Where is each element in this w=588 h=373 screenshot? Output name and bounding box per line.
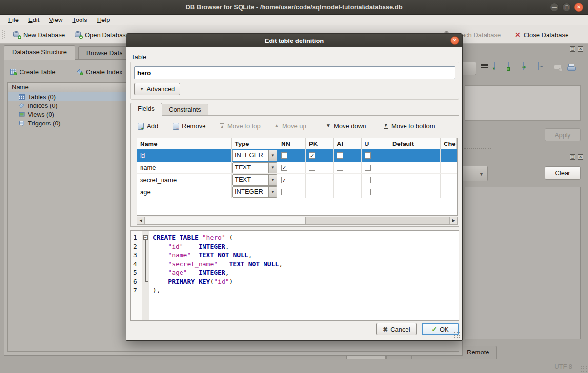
nn-checkbox[interactable]: ✓ (281, 165, 287, 171)
advanced-toggle-button[interactable]: ▼ Advanced (134, 83, 180, 95)
move-up-icon: ▲ (274, 124, 279, 128)
ai-checkbox[interactable] (337, 177, 343, 183)
move-to-top-button[interactable]: ▲ Move to top (220, 121, 261, 131)
dock-close-icon[interactable]: ✕ (578, 46, 583, 52)
ai-checkbox[interactable] (337, 189, 343, 195)
menu-edit[interactable]: Edit (24, 15, 43, 24)
table-name-input[interactable] (134, 66, 455, 79)
nn-checkbox[interactable] (281, 189, 287, 195)
print-icon[interactable] (566, 62, 577, 73)
nn-checkbox[interactable]: ✓ (281, 177, 287, 183)
nn-checkbox[interactable] (281, 152, 287, 159)
type-combobox[interactable]: INTEGER▼ (232, 186, 277, 198)
remove-icon: − (173, 123, 179, 130)
tab-remote[interactable]: Remote (460, 346, 497, 359)
splitter-handle[interactable] (287, 228, 304, 228)
field-row-name[interactable]: name TEXT▼ ✓ (137, 162, 457, 174)
dock-close-icon[interactable]: ✕ (578, 154, 583, 160)
type-combobox[interactable]: INTEGER▼ (232, 150, 277, 161)
scroll-right-icon[interactable]: ▶ (449, 217, 457, 224)
apply-button[interactable]: Apply (545, 128, 581, 141)
menu-file[interactable]: File (4, 15, 23, 24)
fold-collapse-icon[interactable]: − (143, 235, 148, 240)
encoding-indicator: UTF-8 (554, 363, 572, 370)
window-titlebar[interactable]: DB Browser for SQLite - /home/user/code/… (0, 0, 588, 15)
u-checkbox[interactable] (365, 152, 371, 159)
new-database-icon: + (13, 31, 20, 39)
new-database-button[interactable]: + New Database (13, 29, 65, 41)
export-icon[interactable] (508, 62, 519, 73)
ok-check-icon: ✓ (431, 325, 437, 333)
remove-field-button[interactable]: − Remove (173, 121, 205, 131)
type-combobox[interactable]: TEXT▼ (232, 162, 277, 173)
scroll-left-icon[interactable]: ◀ (137, 217, 145, 224)
create-table-icon (10, 69, 17, 75)
close-icon[interactable]: ✕ (574, 3, 583, 12)
scrollbar-thumb[interactable] (145, 217, 306, 224)
cancel-button[interactable]: ✖ Cancel (376, 323, 417, 335)
field-row-secret-name[interactable]: secret_name TEXT▼ ✓ (137, 174, 457, 186)
close-database-button[interactable]: ✕ Close Database (515, 29, 568, 41)
tab-constraints[interactable]: Constraints (162, 104, 208, 116)
field-row-age[interactable]: age INTEGER▼ (137, 186, 457, 198)
move-up-button[interactable]: ▲ Move up (274, 121, 306, 131)
chevron-down-icon: ▼ (268, 150, 277, 161)
pk-checkbox[interactable] (309, 189, 315, 195)
dock-float-icon[interactable]: ❏ (570, 46, 575, 52)
dock-separator[interactable] (464, 148, 491, 149)
u-checkbox[interactable] (365, 165, 371, 171)
pk-checkbox[interactable] (309, 177, 315, 183)
tab-browse-data[interactable]: Browse Data (78, 46, 131, 60)
ai-checkbox[interactable] (337, 165, 343, 171)
tab-database-structure[interactable]: Database Structure (4, 45, 75, 60)
null-toggle-icon[interactable] (552, 62, 563, 73)
menu-bar: File Edit View Tools Help (0, 15, 588, 25)
menu-view[interactable]: View (44, 15, 67, 24)
fields-table: Name Type NN PK AI U Default Che id INTE… (137, 138, 458, 216)
dialog-titlebar[interactable]: Edit table definition ✕ (126, 34, 462, 47)
import-icon[interactable]: ▾ (494, 62, 505, 73)
tab-fields[interactable]: Fields (130, 103, 162, 116)
horizontal-scrollbar[interactable]: ◀ ▶ (137, 217, 458, 225)
pk-checkbox[interactable]: ✓ (309, 152, 315, 159)
open-database-button[interactable]: ➜ Open Database (74, 29, 129, 41)
resize-grip[interactable] (580, 365, 587, 372)
create-index-icon (77, 69, 83, 75)
open-in-window-icon[interactable]: ➜ (523, 62, 534, 73)
toolbar-grip[interactable] (2, 30, 5, 39)
type-combobox[interactable]: TEXT▼ (232, 174, 277, 186)
move-to-bottom-button[interactable]: ▼ Move to bottom (384, 121, 435, 131)
pk-checkbox[interactable] (309, 165, 315, 171)
ai-checkbox[interactable] (337, 152, 343, 159)
cancel-icon: ✖ (383, 326, 388, 333)
open-database-icon: ➜ (74, 31, 82, 39)
maximize-icon[interactable]: ▢ (562, 3, 571, 12)
tables-icon (19, 94, 25, 100)
minimize-icon[interactable]: — (550, 3, 559, 12)
add-field-button[interactable]: + Add (138, 121, 158, 131)
clear-button[interactable]: Clear (545, 166, 581, 180)
create-index-button[interactable]: Create Index (77, 66, 122, 77)
fields-table-header[interactable]: Name Type NN PK AI U Default Che (137, 138, 457, 149)
menu-tools[interactable]: Tools (68, 15, 91, 24)
link-icon[interactable]: ∞ (538, 62, 548, 73)
ok-button[interactable]: ✓ OK (422, 323, 459, 335)
cell-editor-textarea[interactable] (465, 85, 581, 121)
u-checkbox[interactable] (365, 177, 371, 183)
move-down-button[interactable]: ▼ Move down (326, 121, 366, 131)
create-table-button[interactable]: Create Table (10, 66, 55, 77)
status-bar: UTF-8 (0, 359, 588, 373)
u-checkbox[interactable] (365, 189, 371, 195)
dialog-close-icon[interactable]: ✕ (450, 36, 459, 45)
text-mode-icon[interactable] (479, 62, 490, 73)
field-row-id[interactable]: id INTEGER▼ ✓ (137, 149, 457, 162)
dock-float-icon[interactable]: ❏ (570, 154, 575, 160)
menu-help[interactable]: Help (93, 15, 115, 24)
sql-log-area[interactable] (465, 187, 581, 339)
dialog-resize-grip[interactable] (454, 332, 461, 339)
sql-preview[interactable]: 1234567 − CREATE TABLE "hero" ( "id" INT… (130, 230, 459, 321)
chevron-down-icon: ▼ (268, 175, 277, 185)
move-to-bottom-icon: ▼ (384, 123, 388, 129)
fold-margin: − (142, 231, 149, 320)
triggers-icon (19, 120, 25, 126)
